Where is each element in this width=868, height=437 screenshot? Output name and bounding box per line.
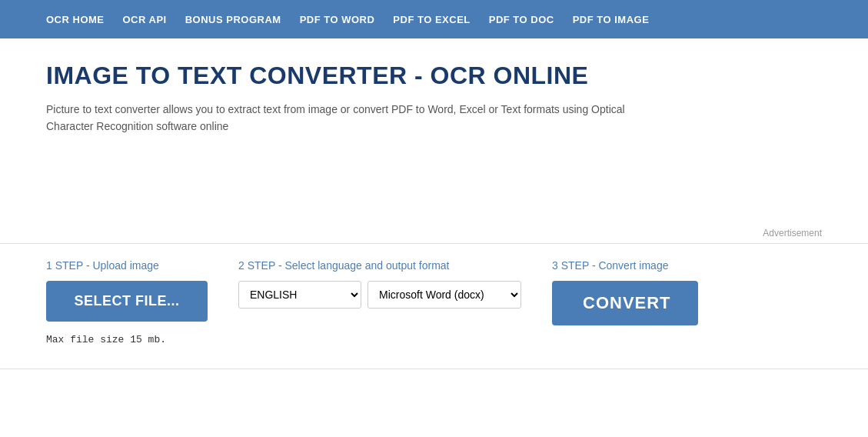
step2-label: 2 STEP - Select language and output form… <box>238 259 521 272</box>
step3-block: 3 STEP - Convert image CONVERT <box>552 259 698 325</box>
main-navigation: OCR HOMEOCR APIBONUS PROGRAMPDF TO WORDP… <box>0 0 868 38</box>
pdf-to-image-link[interactable]: PDF TO IMAGE <box>573 14 650 25</box>
steps-container: 1 STEP - Upload image SELECT FILE... Max… <box>0 243 868 369</box>
format-select[interactable]: Microsoft Word (docx)Plain Text (.txt)PD… <box>367 281 521 309</box>
pdf-to-word-link[interactable]: PDF TO WORD <box>300 14 375 25</box>
ocr-api-link[interactable]: OCR API <box>123 14 167 25</box>
pdf-to-excel-link[interactable]: PDF TO EXCEL <box>393 14 470 25</box>
ad-area: Advertisement <box>0 166 868 243</box>
step3-label: 3 STEP - Convert image <box>552 259 698 272</box>
ocr-home-link[interactable]: OCR HOME <box>46 14 105 25</box>
footer-space <box>0 369 868 408</box>
file-size-note: Max file size 15 mb. <box>46 334 208 345</box>
selects-row: ENGLISHFRENCHGERMANSPANISHITALIANPORTUGU… <box>238 281 521 309</box>
page-title: IMAGE TO TEXT CONVERTER - OCR ONLINE <box>46 62 822 90</box>
main-content: IMAGE TO TEXT CONVERTER - OCR ONLINEPict… <box>0 38 868 166</box>
pdf-to-doc-link[interactable]: PDF TO DOC <box>489 14 554 25</box>
step2-block: 2 STEP - Select language and output form… <box>238 259 521 309</box>
step1-label: 1 STEP - Upload image <box>46 259 208 272</box>
ad-label: Advertisement <box>763 228 822 239</box>
select-file-button[interactable]: SELECT FILE... <box>46 281 208 322</box>
bonus-program-link[interactable]: BONUS PROGRAM <box>185 14 281 25</box>
convert-button[interactable]: CONVERT <box>552 281 698 325</box>
language-select[interactable]: ENGLISHFRENCHGERMANSPANISHITALIANPORTUGU… <box>238 281 361 309</box>
page-description: Picture to text converter allows you to … <box>46 101 646 135</box>
step1-block: 1 STEP - Upload image SELECT FILE... Max… <box>46 259 208 345</box>
